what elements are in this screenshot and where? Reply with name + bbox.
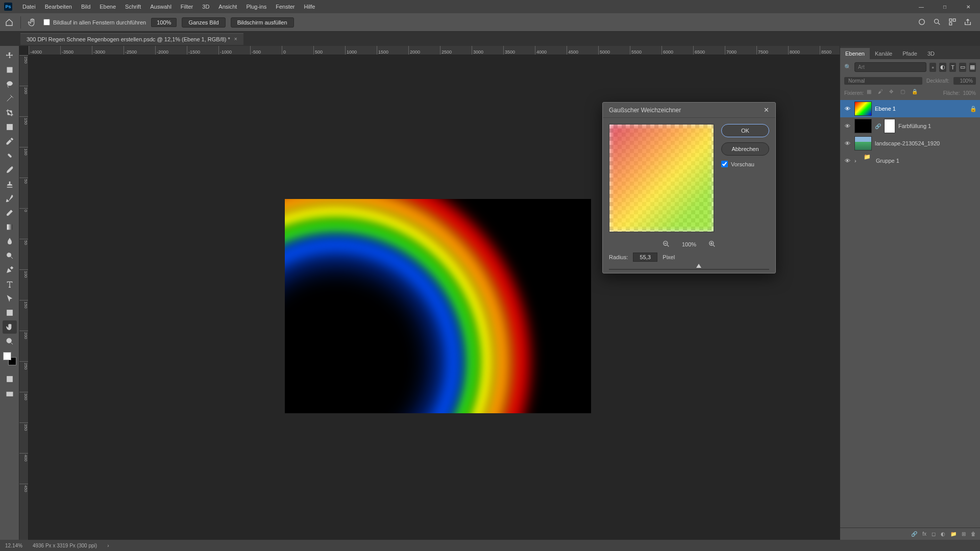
healing-tool[interactable] (3, 149, 17, 162)
stamp-tool[interactable] (3, 178, 17, 191)
visibility-icon[interactable]: 👁 (843, 157, 851, 165)
lock-transparent-icon[interactable]: ▦ (867, 89, 875, 97)
blur-tool[interactable] (3, 235, 17, 248)
shape-tool[interactable] (3, 306, 17, 319)
zoom-out-icon[interactable] (663, 240, 670, 248)
color-swatches[interactable] (3, 352, 16, 365)
fx-icon[interactable]: fx (922, 531, 926, 537)
zoom-level-input[interactable]: 100% (151, 18, 177, 27)
preview-checkbox[interactable]: Vorschau (721, 161, 769, 167)
ok-button[interactable]: OK (721, 124, 769, 137)
delete-icon[interactable]: 🗑 (971, 531, 976, 537)
share-icon[interactable] (964, 18, 973, 27)
menu-filter[interactable]: Filter (177, 2, 197, 12)
lasso-tool[interactable] (3, 78, 17, 91)
pen-tool[interactable] (3, 263, 17, 277)
slider-thumb-icon[interactable] (696, 264, 701, 268)
type-tool[interactable] (3, 278, 17, 291)
status-chevron-icon[interactable]: › (107, 543, 109, 548)
lock-all-icon[interactable]: 🔒 (912, 89, 920, 97)
filter-smart-icon[interactable]: ▦ (969, 63, 976, 72)
gradient-tool[interactable] (3, 220, 17, 234)
crop-tool[interactable] (3, 106, 17, 119)
fill-screen-button[interactable]: Bildschirm ausfüllen (231, 17, 294, 28)
workspace-icon[interactable] (948, 18, 958, 27)
eyedropper-tool[interactable] (3, 135, 17, 148)
adjustment-icon[interactable]: ◐ (941, 531, 945, 537)
fit-all-button[interactable]: Ganzes Bild (182, 17, 225, 28)
history-brush-tool[interactable] (3, 192, 17, 205)
radius-input[interactable] (633, 253, 657, 262)
visibility-icon[interactable]: 👁 (843, 105, 851, 113)
cancel-button[interactable]: Abbrechen (721, 142, 769, 156)
zoom-tool[interactable] (3, 335, 17, 348)
quickmask-toggle[interactable] (3, 372, 17, 386)
layer-thumb (854, 136, 872, 151)
status-zoom[interactable]: 12.14% (5, 543, 22, 548)
lock-paint-icon[interactable]: 🖌 (878, 89, 886, 97)
blend-mode-select[interactable]: Normal (844, 77, 922, 85)
tab-3d[interactable]: 3D (922, 48, 940, 59)
tab-kanaele[interactable]: Kanäle (870, 48, 897, 59)
menu-fenster[interactable]: Fenster (272, 2, 299, 12)
svg-rect-4 (949, 22, 952, 25)
cloud-icon[interactable] (918, 18, 927, 27)
minimize-button[interactable]: — (910, 0, 933, 13)
screenmode-toggle[interactable] (3, 388, 17, 401)
visibility-icon[interactable]: 👁 (843, 122, 851, 130)
group-icon[interactable]: 📁 (950, 531, 957, 537)
blur-preview[interactable] (609, 124, 714, 232)
layer-row[interactable]: 👁 🔗 Farbfüllung 1 (840, 117, 980, 135)
radius-slider[interactable] (603, 263, 775, 273)
menu-auswahl[interactable]: Auswahl (146, 2, 176, 12)
menu-datei[interactable]: Datei (18, 2, 40, 12)
layer-row[interactable]: 👁 › 📁 Gruppe 1 (840, 152, 980, 169)
zoom-in-icon[interactable] (708, 240, 716, 248)
menu-hilfe[interactable]: Hilfe (300, 2, 319, 12)
link-layers-icon[interactable]: 🔗 (911, 531, 917, 537)
fill-value[interactable]: 100% (963, 90, 976, 96)
document-tab[interactable]: 300 DPI Regen Schnee Regenbogen erstelle… (20, 33, 243, 45)
tab-pfade[interactable]: Pfade (897, 48, 922, 59)
scroll-all-windows-checkbox[interactable]: Bildlauf in allen Fenstern durchführen (43, 19, 146, 26)
lock-artboard-icon[interactable]: ▢ (900, 89, 909, 97)
close-dialog-icon[interactable]: ✕ (764, 106, 769, 114)
layer-filter-input[interactable] (854, 62, 926, 72)
search-icon[interactable] (933, 18, 942, 27)
move-tool[interactable] (3, 49, 17, 62)
mask-icon[interactable]: ◻ (932, 531, 936, 537)
frame-tool[interactable] (3, 120, 17, 134)
brush-tool[interactable] (3, 163, 17, 177)
menu-schrift[interactable]: Schrift (121, 2, 145, 12)
home-icon[interactable] (3, 16, 15, 29)
magic-wand-tool[interactable] (3, 92, 17, 105)
dodge-tool[interactable] (3, 249, 17, 262)
layer-row[interactable]: 👁 landscape-2130524_1920 (840, 135, 980, 152)
menu-ansicht[interactable]: Ansicht (214, 2, 241, 12)
new-layer-icon[interactable]: ⊞ (962, 531, 966, 537)
close-window-button[interactable]: ✕ (957, 0, 980, 13)
visibility-icon[interactable]: 👁 (843, 139, 851, 147)
path-select-tool[interactable] (3, 292, 17, 305)
close-tab-icon[interactable]: × (234, 36, 237, 42)
menu-ebene[interactable]: Ebene (95, 2, 120, 12)
menu-bild[interactable]: Bild (77, 2, 94, 12)
maximize-button[interactable]: □ (933, 0, 957, 13)
marquee-tool[interactable] (3, 63, 17, 77)
tab-ebenen[interactable]: Ebenen (840, 48, 870, 59)
menu-3d[interactable]: 3D (198, 2, 213, 12)
expand-icon[interactable]: › (854, 158, 861, 164)
filter-shape-icon[interactable]: ▭ (959, 63, 966, 72)
opacity-value[interactable]: 100% (953, 77, 976, 85)
hand-tool-icon[interactable] (26, 16, 38, 29)
hand-tool[interactable] (3, 320, 17, 334)
filter-type-icon[interactable]: T (949, 63, 956, 72)
layer-row[interactable]: 👁 Ebene 1 🔒 (840, 100, 980, 117)
menu-bearbeiten[interactable]: Bearbeiten (41, 2, 76, 12)
eraser-tool[interactable] (3, 206, 17, 219)
lock-position-icon[interactable]: ✥ (889, 89, 897, 97)
menu-plugins[interactable]: Plug-ins (242, 2, 271, 12)
filter-image-icon[interactable]: ▫ (929, 63, 936, 72)
layer-name: Ebene 1 (875, 106, 896, 112)
filter-adjust-icon[interactable]: ◐ (939, 63, 946, 72)
